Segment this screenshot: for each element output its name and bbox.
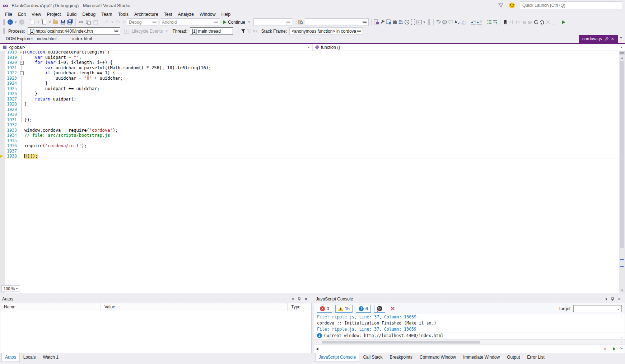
breakpoint-margin[interactable]: [0, 55, 5, 60]
document-list-dropdown[interactable]: [620, 37, 622, 39]
menu-project[interactable]: Project: [44, 11, 64, 18]
new-file-button[interactable]: [41, 18, 48, 26]
code-text[interactable]: var uuidchar = parseInt((Math.random() *…: [24, 65, 211, 71]
breakpoint-margin[interactable]: [0, 86, 5, 92]
paste-button[interactable]: [92, 18, 99, 26]
line-number[interactable]: 1936: [5, 143, 19, 149]
code-line[interactable]: 1926 }: [0, 91, 625, 97]
line-numbers-button[interactable]: [486, 19, 492, 25]
code-line[interactable]: 1932: [0, 122, 625, 128]
solution-platforms-combo[interactable]: Android: [160, 18, 220, 26]
menu-file[interactable]: File: [2, 11, 15, 18]
save-all-button[interactable]: [66, 18, 74, 26]
outline-margin[interactable]: [19, 70, 24, 76]
close-tab-icon[interactable]: ✕: [611, 37, 614, 41]
autos-title-bar[interactable]: Autos ▾ ✕: [0, 295, 312, 303]
autos-grid-body[interactable]: [0, 311, 311, 353]
menu-build[interactable]: Build: [64, 11, 79, 18]
navigate-back-dropdown[interactable]: [15, 22, 17, 23]
window-position-dropdown-icon[interactable]: ▾: [290, 297, 296, 302]
editor-zoom-combo[interactable]: 100 %: [1, 285, 20, 292]
close-panel-icon[interactable]: ✕: [303, 297, 309, 302]
line-number[interactable]: 1920: [5, 60, 19, 65]
lifecycle-events-icon[interactable]: [124, 28, 130, 34]
undo-dropdown[interactable]: [111, 22, 113, 23]
lifecycle-events-dropdown[interactable]: [165, 31, 168, 32]
line-number[interactable]: 1934: [5, 133, 19, 138]
tab-autos[interactable]: Autos: [1, 353, 20, 362]
code-text[interactable]: }: [24, 91, 37, 97]
code-line[interactable]: 1923 uuidchar = "0" + uuidchar;: [0, 76, 625, 81]
breakpoint-margin[interactable]: [0, 143, 5, 149]
code-text[interactable]: var uuidpart = "";: [24, 55, 81, 60]
line-number[interactable]: 1933: [5, 128, 19, 133]
code-line[interactable]: 1921 var uuidchar = parseInt((Math.rando…: [0, 65, 625, 71]
editor-vertical-scrollbar[interactable]: ▲ ▼: [619, 51, 625, 293]
filter-threads-button[interactable]: [240, 28, 246, 34]
properties-window-button[interactable]: [379, 19, 386, 25]
feedback-icon[interactable]: [498, 3, 503, 8]
line-number[interactable]: 1921: [5, 65, 19, 71]
menu-architecture[interactable]: Architecture: [131, 11, 161, 18]
debug-target-combo[interactable]: [253, 18, 292, 26]
scroll-up-arrow[interactable]: ⌃: [620, 315, 623, 319]
tab-javascript-console[interactable]: JavaScript Console: [315, 353, 359, 362]
line-number[interactable]: 1930: [5, 112, 19, 117]
console-message[interactable]: File: ripple.js, Line: 37, Column: 13059: [314, 314, 625, 320]
cut-button[interactable]: ✂: [78, 18, 85, 26]
code-line[interactable]: 1928}: [0, 102, 625, 107]
console-input-row[interactable]: > ✕ ⌃⌃: [314, 345, 625, 353]
code-text[interactable]: uuidpart += uuidchar;: [24, 86, 100, 92]
scroll-up-arrow[interactable]: ▲: [619, 56, 625, 60]
code-line[interactable]: 1918function UUIDcreatePart(length) {: [0, 51, 625, 55]
command-window-button[interactable]: [416, 19, 422, 25]
outline-margin[interactable]: [19, 51, 24, 55]
line-number[interactable]: 1931: [5, 117, 19, 123]
console-vertical-scrollbar[interactable]: ⌃ ⌄: [619, 315, 624, 339]
comment-button[interactable]: [448, 19, 454, 25]
bookmark-next-folder-button[interactable]: [527, 19, 533, 25]
tab-output[interactable]: Output: [503, 353, 523, 362]
toolbar-grip[interactable]: [428, 19, 430, 25]
scroll-thumb[interactable]: [620, 61, 624, 248]
breakpoint-margin[interactable]: [0, 149, 5, 154]
navigate-to-button[interactable]: [435, 19, 442, 25]
code-text[interactable]: function UUIDcreatePart(length) {: [24, 51, 110, 55]
code-editor[interactable]: 1918function UUIDcreatePart(length) {191…: [0, 51, 625, 293]
attribute-button[interactable]: @: [442, 19, 448, 25]
code-text[interactable]: });: [24, 117, 32, 123]
menu-window[interactable]: Window: [197, 11, 218, 18]
clear-input-button[interactable]: ✕: [603, 346, 606, 352]
code-line[interactable]: 1937: [0, 149, 625, 154]
stack-frame-combo[interactable]: <anonymous function> in cordova.js, line: [289, 27, 363, 35]
code-line[interactable]: 1925 uuidpart += uuidchar;: [0, 86, 625, 92]
tab-immediate-window[interactable]: Immediate Window: [460, 353, 503, 362]
breakpoint-margin[interactable]: [0, 107, 5, 112]
code-text[interactable]: })();: [24, 154, 38, 159]
errors-filter-button[interactable]: ✕ 0: [317, 305, 332, 313]
tab-command-window[interactable]: Command Window: [416, 353, 460, 362]
breakpoint-margin[interactable]: [0, 91, 5, 97]
menu-team[interactable]: Team: [98, 11, 115, 18]
tab-dom-explorer[interactable]: DOM Explorer - index.html: [2, 35, 60, 43]
console-message[interactable]: cordova :: Initialization Finished (Make…: [314, 320, 625, 326]
duplicate-button[interactable]: [460, 19, 466, 25]
auto-hide-pin-icon[interactable]: [609, 297, 616, 301]
toolbar-grip[interactable]: [3, 28, 5, 34]
line-number[interactable]: 1925: [5, 86, 19, 92]
new-project-dropdown[interactable]: [37, 22, 39, 23]
multiline-mode-button[interactable]: ⌃⌃: [619, 347, 622, 351]
scroll-right-arrow[interactable]: ›: [619, 340, 625, 344]
code-text[interactable]: }: [24, 81, 48, 86]
tab-cordova-js[interactable]: cordova.js ✕: [579, 35, 618, 43]
menu-test[interactable]: Test: [161, 11, 175, 18]
console-horizontal-scrollbar[interactable]: ‹ ›: [314, 339, 625, 345]
scroll-left-arrow[interactable]: ‹: [314, 340, 320, 344]
breakpoint-margin[interactable]: [0, 51, 5, 55]
column-type[interactable]: Type: [288, 303, 311, 311]
line-number[interactable]: 1924: [5, 81, 19, 86]
target-combo-dropdown[interactable]: ⌄: [615, 305, 621, 312]
text-transform-button[interactable]: A: [454, 19, 460, 25]
clear-console-button[interactable]: ✕: [391, 305, 395, 312]
code-line[interactable]: 1919 var uuidpart = "";: [0, 55, 625, 60]
